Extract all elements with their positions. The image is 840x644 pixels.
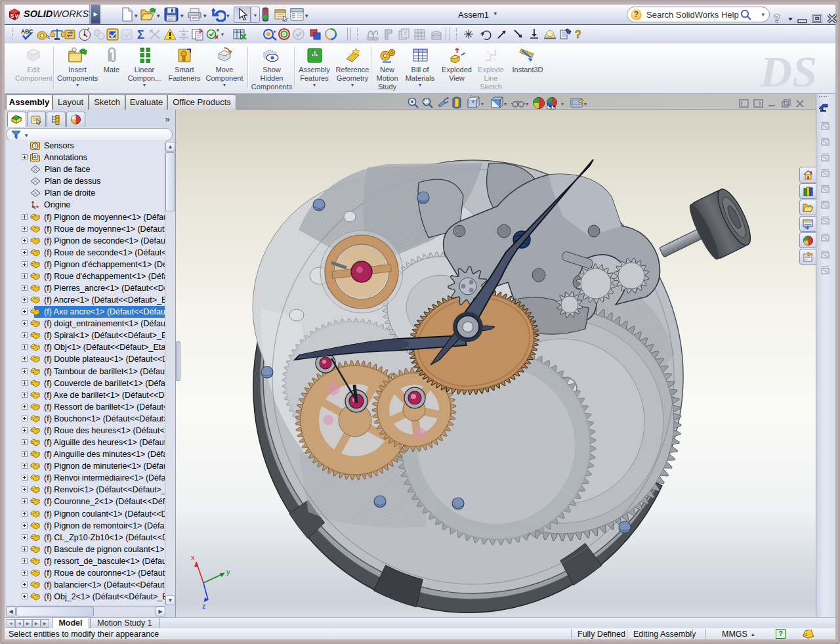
svg-text:Σ: Σ — [137, 28, 144, 41]
svg-text:?: ? — [774, 13, 780, 24]
svg-text:y: y — [226, 568, 230, 576]
svg-text:W: W — [15, 13, 20, 20]
svg-text:S: S — [10, 12, 14, 19]
svg-text:A: A — [33, 154, 37, 160]
svg-text:?: ? — [575, 29, 581, 40]
svg-text:x: x — [191, 553, 195, 561]
svg-text:z: z — [202, 602, 206, 610]
